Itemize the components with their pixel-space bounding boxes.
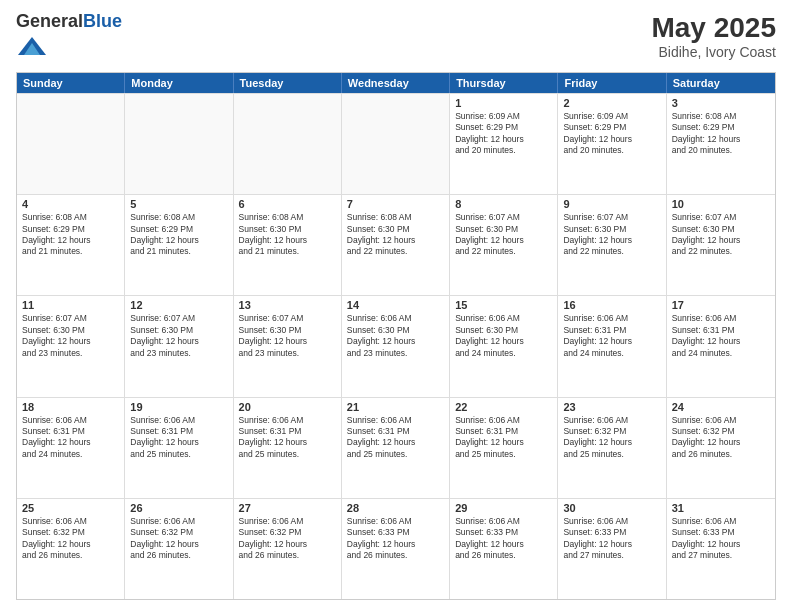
empty-cell — [342, 94, 450, 194]
cal-cell-day-13: 13Sunrise: 6:07 AMSunset: 6:30 PMDayligh… — [234, 296, 342, 396]
day-number: 4 — [22, 198, 119, 210]
day-number: 15 — [455, 299, 552, 311]
day-number: 20 — [239, 401, 336, 413]
cell-text: Sunrise: 6:06 AMSunset: 6:31 PMDaylight:… — [130, 415, 227, 461]
cal-cell-day-17: 17Sunrise: 6:06 AMSunset: 6:31 PMDayligh… — [667, 296, 775, 396]
cell-text: Sunrise: 6:06 AMSunset: 6:32 PMDaylight:… — [672, 415, 770, 461]
day-number: 13 — [239, 299, 336, 311]
cal-cell-day-21: 21Sunrise: 6:06 AMSunset: 6:31 PMDayligh… — [342, 398, 450, 498]
day-number: 6 — [239, 198, 336, 210]
cal-cell-day-15: 15Sunrise: 6:06 AMSunset: 6:30 PMDayligh… — [450, 296, 558, 396]
day-number: 26 — [130, 502, 227, 514]
cal-cell-day-25: 25Sunrise: 6:06 AMSunset: 6:32 PMDayligh… — [17, 499, 125, 599]
cell-text: Sunrise: 6:06 AMSunset: 6:33 PMDaylight:… — [455, 516, 552, 562]
day-number: 31 — [672, 502, 770, 514]
cal-cell-day-7: 7Sunrise: 6:08 AMSunset: 6:30 PMDaylight… — [342, 195, 450, 295]
header-day-friday: Friday — [558, 73, 666, 93]
header-day-wednesday: Wednesday — [342, 73, 450, 93]
cell-text: Sunrise: 6:08 AMSunset: 6:29 PMDaylight:… — [22, 212, 119, 258]
cell-text: Sunrise: 6:06 AMSunset: 6:31 PMDaylight:… — [22, 415, 119, 461]
cell-text: Sunrise: 6:06 AMSunset: 6:31 PMDaylight:… — [455, 415, 552, 461]
empty-cell — [125, 94, 233, 194]
cal-cell-day-31: 31Sunrise: 6:06 AMSunset: 6:33 PMDayligh… — [667, 499, 775, 599]
day-number: 27 — [239, 502, 336, 514]
cal-row-2: 11Sunrise: 6:07 AMSunset: 6:30 PMDayligh… — [17, 295, 775, 396]
title-area: May 2025 Bidihe, Ivory Coast — [651, 12, 776, 60]
cell-text: Sunrise: 6:07 AMSunset: 6:30 PMDaylight:… — [672, 212, 770, 258]
cal-cell-day-28: 28Sunrise: 6:06 AMSunset: 6:33 PMDayligh… — [342, 499, 450, 599]
day-number: 22 — [455, 401, 552, 413]
header-day-tuesday: Tuesday — [234, 73, 342, 93]
cal-cell-day-29: 29Sunrise: 6:06 AMSunset: 6:33 PMDayligh… — [450, 499, 558, 599]
cal-cell-day-2: 2Sunrise: 6:09 AMSunset: 6:29 PMDaylight… — [558, 94, 666, 194]
cal-cell-day-22: 22Sunrise: 6:06 AMSunset: 6:31 PMDayligh… — [450, 398, 558, 498]
cell-text: Sunrise: 6:08 AMSunset: 6:30 PMDaylight:… — [347, 212, 444, 258]
main-title: May 2025 — [651, 12, 776, 44]
day-number: 11 — [22, 299, 119, 311]
day-number: 14 — [347, 299, 444, 311]
day-number: 9 — [563, 198, 660, 210]
logo-icon — [18, 32, 46, 60]
day-number: 8 — [455, 198, 552, 210]
day-number: 30 — [563, 502, 660, 514]
cal-cell-day-24: 24Sunrise: 6:06 AMSunset: 6:32 PMDayligh… — [667, 398, 775, 498]
calendar: SundayMondayTuesdayWednesdayThursdayFrid… — [16, 72, 776, 600]
cell-text: Sunrise: 6:06 AMSunset: 6:31 PMDaylight:… — [672, 313, 770, 359]
cell-text: Sunrise: 6:08 AMSunset: 6:29 PMDaylight:… — [130, 212, 227, 258]
cal-cell-day-8: 8Sunrise: 6:07 AMSunset: 6:30 PMDaylight… — [450, 195, 558, 295]
cal-cell-day-9: 9Sunrise: 6:07 AMSunset: 6:30 PMDaylight… — [558, 195, 666, 295]
day-number: 24 — [672, 401, 770, 413]
cell-text: Sunrise: 6:07 AMSunset: 6:30 PMDaylight:… — [239, 313, 336, 359]
logo-blue: Blue — [83, 11, 122, 31]
day-number: 25 — [22, 502, 119, 514]
cal-cell-day-11: 11Sunrise: 6:07 AMSunset: 6:30 PMDayligh… — [17, 296, 125, 396]
empty-cell — [17, 94, 125, 194]
calendar-header: SundayMondayTuesdayWednesdayThursdayFrid… — [17, 73, 775, 93]
calendar-body: 1Sunrise: 6:09 AMSunset: 6:29 PMDaylight… — [17, 93, 775, 599]
day-number: 21 — [347, 401, 444, 413]
cell-text: Sunrise: 6:06 AMSunset: 6:33 PMDaylight:… — [563, 516, 660, 562]
cell-text: Sunrise: 6:09 AMSunset: 6:29 PMDaylight:… — [563, 111, 660, 157]
cal-cell-day-27: 27Sunrise: 6:06 AMSunset: 6:32 PMDayligh… — [234, 499, 342, 599]
cell-text: Sunrise: 6:07 AMSunset: 6:30 PMDaylight:… — [563, 212, 660, 258]
cal-cell-day-6: 6Sunrise: 6:08 AMSunset: 6:30 PMDaylight… — [234, 195, 342, 295]
cal-cell-day-1: 1Sunrise: 6:09 AMSunset: 6:29 PMDaylight… — [450, 94, 558, 194]
cell-text: Sunrise: 6:06 AMSunset: 6:31 PMDaylight:… — [239, 415, 336, 461]
cal-cell-day-12: 12Sunrise: 6:07 AMSunset: 6:30 PMDayligh… — [125, 296, 233, 396]
day-number: 23 — [563, 401, 660, 413]
header-day-saturday: Saturday — [667, 73, 775, 93]
day-number: 29 — [455, 502, 552, 514]
header-day-sunday: Sunday — [17, 73, 125, 93]
cell-text: Sunrise: 6:06 AMSunset: 6:30 PMDaylight:… — [347, 313, 444, 359]
cell-text: Sunrise: 6:07 AMSunset: 6:30 PMDaylight:… — [455, 212, 552, 258]
page: GeneralBlue May 2025 Bidihe, Ivory Coast… — [0, 0, 792, 612]
cal-cell-day-14: 14Sunrise: 6:06 AMSunset: 6:30 PMDayligh… — [342, 296, 450, 396]
cal-row-0: 1Sunrise: 6:09 AMSunset: 6:29 PMDaylight… — [17, 93, 775, 194]
logo: GeneralBlue — [16, 12, 122, 64]
cell-text: Sunrise: 6:07 AMSunset: 6:30 PMDaylight:… — [22, 313, 119, 359]
header-day-thursday: Thursday — [450, 73, 558, 93]
day-number: 17 — [672, 299, 770, 311]
cell-text: Sunrise: 6:06 AMSunset: 6:31 PMDaylight:… — [347, 415, 444, 461]
cell-text: Sunrise: 6:06 AMSunset: 6:32 PMDaylight:… — [130, 516, 227, 562]
day-number: 2 — [563, 97, 660, 109]
cal-cell-day-16: 16Sunrise: 6:06 AMSunset: 6:31 PMDayligh… — [558, 296, 666, 396]
cal-cell-day-20: 20Sunrise: 6:06 AMSunset: 6:31 PMDayligh… — [234, 398, 342, 498]
day-number: 10 — [672, 198, 770, 210]
header-day-monday: Monday — [125, 73, 233, 93]
day-number: 1 — [455, 97, 552, 109]
cell-text: Sunrise: 6:06 AMSunset: 6:32 PMDaylight:… — [239, 516, 336, 562]
cal-cell-day-26: 26Sunrise: 6:06 AMSunset: 6:32 PMDayligh… — [125, 499, 233, 599]
cell-text: Sunrise: 6:09 AMSunset: 6:29 PMDaylight:… — [455, 111, 552, 157]
day-number: 7 — [347, 198, 444, 210]
day-number: 18 — [22, 401, 119, 413]
cell-text: Sunrise: 6:06 AMSunset: 6:33 PMDaylight:… — [672, 516, 770, 562]
cal-row-4: 25Sunrise: 6:06 AMSunset: 6:32 PMDayligh… — [17, 498, 775, 599]
cell-text: Sunrise: 6:06 AMSunset: 6:32 PMDaylight:… — [22, 516, 119, 562]
day-number: 12 — [130, 299, 227, 311]
cal-cell-day-19: 19Sunrise: 6:06 AMSunset: 6:31 PMDayligh… — [125, 398, 233, 498]
empty-cell — [234, 94, 342, 194]
cal-cell-day-5: 5Sunrise: 6:08 AMSunset: 6:29 PMDaylight… — [125, 195, 233, 295]
cal-row-1: 4Sunrise: 6:08 AMSunset: 6:29 PMDaylight… — [17, 194, 775, 295]
cell-text: Sunrise: 6:06 AMSunset: 6:31 PMDaylight:… — [563, 313, 660, 359]
